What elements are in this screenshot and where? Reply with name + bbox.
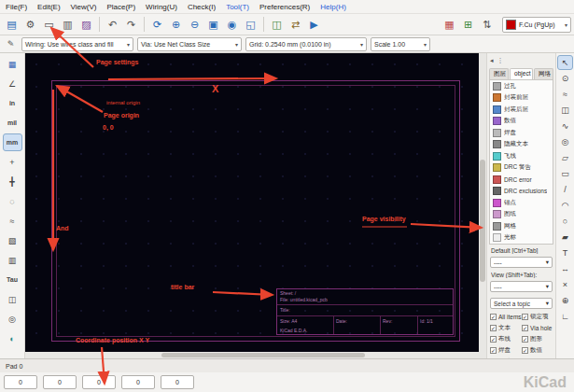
object-row[interactable]: DRC exclusions [490, 186, 553, 198]
color-swatch[interactable] [493, 222, 501, 231]
filter-item[interactable]: ✓Via hole [522, 324, 553, 332]
highlight-net-tool[interactable]: ⊙ [557, 71, 573, 86]
menu-preferences[interactable]: Preferences(R) [259, 3, 310, 11]
update-pcb-button[interactable]: ⇄ [287, 16, 304, 34]
grid-toggle-button[interactable]: ▦ [3, 55, 22, 73]
menu-wiring[interactable]: Wiring(U) [146, 3, 177, 11]
color-swatch[interactable] [493, 82, 501, 91]
checkbox-icon[interactable]: ✓ [522, 325, 528, 331]
text-tool[interactable]: T [557, 245, 573, 260]
checkbox-icon[interactable]: ✓ [522, 314, 528, 320]
filter-item[interactable]: ✓数值 [522, 346, 553, 355]
zoom-select[interactable]: Scale 1.00 ▾ [371, 37, 430, 51]
print-button[interactable]: ▥ [59, 16, 77, 34]
undo-button[interactable]: ↶ [104, 16, 121, 34]
show-layers-button[interactable]: ⊞ [459, 16, 477, 34]
zone-fill-button[interactable]: ▧ [3, 231, 22, 249]
tau-button[interactable]: Tau [3, 271, 22, 288]
object-row[interactable]: 光标 [490, 232, 553, 245]
preset-select[interactable]: ---- ▾ [490, 257, 553, 268]
redo-button[interactable]: ↷ [122, 16, 140, 34]
color-swatch[interactable] [493, 187, 501, 195]
color-swatch[interactable] [493, 210, 501, 218]
color-swatch[interactable] [493, 129, 501, 137]
track-width-select[interactable]: Wiring: Use wires class and fill ▾ [21, 37, 133, 51]
origin-tool[interactable]: ⊕ [557, 293, 573, 308]
viewport-select[interactable]: ---- ▾ [490, 281, 553, 292]
units-mils-button[interactable]: mil [3, 114, 22, 132]
polar-coords-button[interactable]: ∠ [3, 75, 22, 92]
object-row[interactable]: 锚点 [490, 197, 553, 209]
local-ratsnest-tool[interactable]: ≈ [557, 87, 573, 102]
color-swatch[interactable] [493, 199, 501, 207]
menu-view[interactable]: View(V) [71, 3, 97, 11]
select-tool[interactable]: ↖ [557, 55, 573, 70]
vertical-scrollbar[interactable] [479, 53, 486, 358]
zoom-objects-button[interactable]: ◉ [223, 16, 241, 34]
place-footprint-tool[interactable]: ◫ [557, 103, 573, 118]
refresh-button[interactable]: ⟳ [148, 16, 166, 34]
pad-sketch-button[interactable]: ◫ [3, 290, 22, 308]
object-row[interactable]: 焊盘 [490, 127, 553, 139]
grid-select[interactable]: Grid: 0.2540 mm (0.0100 in) ▾ [245, 37, 367, 51]
measure-tool[interactable]: ∟ [557, 309, 573, 324]
filter-item[interactable]: ✓布线 [490, 335, 522, 343]
color-swatch[interactable] [493, 163, 501, 172]
object-row[interactable]: 数值 [490, 116, 553, 128]
color-swatch[interactable] [493, 175, 501, 184]
zoom-out-button[interactable]: ⊖ [186, 16, 203, 34]
zoom-fit-button[interactable]: ▣ [204, 16, 222, 34]
edit-track-width-icon[interactable]: ✎ [4, 37, 18, 51]
object-row[interactable]: DRC 警告 [490, 162, 553, 175]
cursor-shape-button[interactable]: + [3, 153, 22, 171]
delete-tool[interactable]: × [557, 277, 573, 292]
color-swatch[interactable] [493, 105, 501, 114]
line-tool[interactable]: / [557, 182, 573, 197]
dimension-tool[interactable]: ↔ [557, 261, 573, 276]
via-sketch-button[interactable]: ◎ [3, 310, 22, 328]
object-row[interactable]: 飞线 [490, 150, 553, 162]
filter-item[interactable]: ✓All items [490, 313, 522, 321]
zoom-selection-button[interactable]: ◱ [242, 16, 259, 34]
route-track-tool[interactable]: ∿ [557, 119, 573, 133]
layer-selector[interactable]: F.Cu (PgUp) ▾ [502, 17, 571, 33]
page-settings-button[interactable]: ▭ [40, 16, 58, 34]
menu-file[interactable]: File(F) [6, 3, 27, 11]
zone-tool[interactable]: ▱ [557, 150, 573, 165]
crosshair-button[interactable]: ╋ [3, 173, 22, 190]
menu-help[interactable]: Help(H) [320, 3, 346, 11]
object-row[interactable]: 封装后层 [490, 104, 553, 116]
menu-place[interactable]: Place(P) [106, 3, 135, 11]
filter-item[interactable]: ✓文本 [490, 324, 522, 332]
circle-tool[interactable]: ○ [557, 214, 573, 229]
checkbox-icon[interactable]: ✓ [490, 336, 497, 343]
units-inches-button[interactable]: in [3, 94, 22, 112]
3d-viewer-button[interactable]: ▶ [305, 16, 323, 34]
board-setup-button[interactable]: ⚙ [21, 16, 39, 34]
checkbox-icon[interactable]: ✓ [490, 347, 497, 354]
filter-item[interactable]: ✓锁定项 [522, 313, 553, 321]
color-swatch[interactable] [493, 93, 501, 102]
via-tool[interactable]: ◎ [557, 134, 573, 149]
panel-menu-icon[interactable]: ⋮ [497, 57, 504, 64]
object-row[interactable]: 隐藏文本 [490, 139, 553, 151]
plot-button[interactable]: ▨ [77, 16, 95, 34]
rule-area-tool[interactable]: ▭ [557, 166, 573, 181]
filter-item[interactable]: ✓图形 [522, 335, 553, 343]
swap-layers-button[interactable]: ⇅ [478, 16, 496, 34]
pcb-canvas[interactable]: Sheet: / File: untitled.kicad_pcb Title:… [25, 53, 479, 352]
curved-ratsnest-button[interactable]: ≈ [3, 212, 22, 230]
color-swatch[interactable] [493, 117, 501, 125]
checkbox-icon[interactable]: ✓ [522, 336, 528, 343]
object-row[interactable]: DRC error [490, 174, 553, 186]
units-mm-button[interactable]: mm [3, 133, 22, 151]
footprint-editor-button[interactable]: ◫ [268, 16, 286, 34]
high-contrast-button[interactable]: ◐ [3, 329, 22, 347]
menu-edit[interactable]: Edit(E) [37, 3, 60, 11]
color-swatch[interactable] [493, 140, 501, 148]
polygon-tool[interactable]: ▰ [557, 230, 573, 245]
collapse-panel-icon[interactable]: ◂ [490, 57, 494, 64]
menu-tool[interactable]: Tool(T) [226, 3, 249, 11]
checkbox-icon[interactable]: ✓ [490, 314, 497, 320]
ratsnest-visibility-button[interactable]: ◌ [3, 192, 22, 210]
